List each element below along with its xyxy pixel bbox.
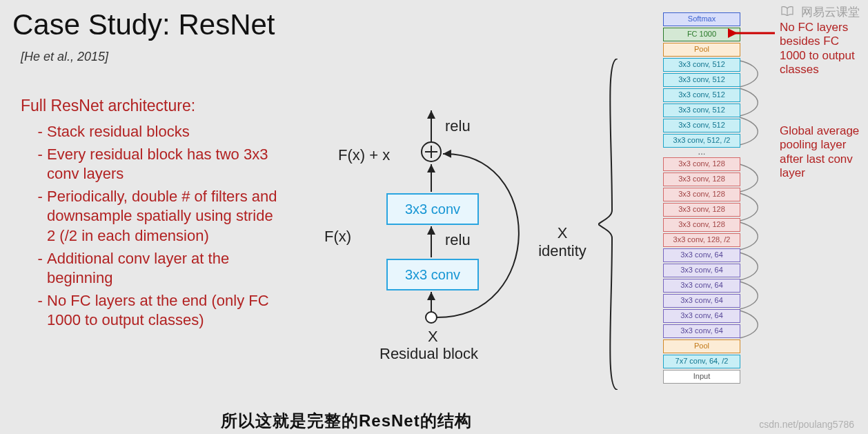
slide-title: Case Study: ResNet — [12, 8, 275, 41]
arch-layer: 3x3 conv, 512 — [663, 88, 740, 102]
conv-box-top: 3x3 conv — [386, 193, 479, 225]
arch-layer: 3x3 conv, 64 — [663, 248, 740, 262]
red-arrow-icon — [728, 28, 776, 41]
annotation-no-fc: No FC layers besides FC 1000 to output c… — [780, 21, 861, 77]
bullet-item: Every residual block has two 3x3 conv la… — [47, 145, 283, 184]
arch-layer: 3x3 conv, 128 — [663, 157, 740, 171]
arch-layer: 3x3 conv, 64 — [663, 324, 740, 338]
arch-layer: Pool — [663, 43, 740, 57]
arch-layer: Softmax — [663, 12, 740, 26]
arch-layer: 3x3 conv, 512 — [663, 73, 740, 87]
fxx-label: F(x) + x — [338, 146, 390, 164]
relu-label: relu — [445, 231, 471, 249]
lower-watermark: csdn.net/poulang5786 — [759, 419, 854, 430]
book-icon — [781, 6, 793, 19]
arch-layer: ... — [629, 149, 774, 157]
arch-layer: 3x3 conv, 128 — [663, 203, 740, 217]
bullet-item: No FC layers at the end (only FC 1000 to… — [47, 291, 283, 331]
bullets-list: Stack residual blocks Every residual blo… — [21, 122, 283, 331]
annotation-gap: Global average pooling layer after last … — [780, 124, 861, 181]
architecture-stack: SoftmaxFC 1000Pool3x3 conv, 5123x3 conv,… — [629, 12, 774, 426]
brace-icon — [598, 59, 619, 390]
slide: Case Study: ResNet [He et al., 2015] Ful… — [0, 0, 868, 434]
arch-layer: Input — [663, 370, 740, 384]
arch-layer: 3x3 conv, 128 — [663, 188, 740, 201]
arch-layer: 3x3 conv, 128 — [663, 172, 740, 186]
arch-layer: 3x3 conv, 512 — [663, 58, 740, 72]
relu-label: relu — [445, 117, 471, 135]
arch-layer: 3x3 conv, 512 — [663, 103, 740, 117]
arch-layer: 3x3 conv, 128, /2 — [663, 233, 740, 247]
citation: [He et al., 2015] — [21, 50, 108, 64]
arch-layer: 3x3 conv, 64 — [663, 309, 740, 323]
arch-layer: 3x3 conv, 128 — [663, 218, 740, 232]
bullet-item: Additional conv layer at the beginning — [47, 249, 283, 288]
svg-point-7 — [426, 312, 437, 323]
watermark-text: 网易云课堂 — [801, 6, 860, 19]
arch-layer: Pool — [663, 339, 740, 353]
caption-chinese: 所以这就是完整的ResNet的结构 — [221, 410, 472, 432]
arch-layer: 3x3 conv, 64 — [663, 279, 740, 293]
bullet-item: Stack residual blocks — [47, 122, 283, 142]
watermark: 网易云课堂 — [781, 4, 860, 20]
arch-layer: 3x3 conv, 512 — [663, 119, 740, 132]
arch-layer: 3x3 conv, 64 — [663, 294, 740, 308]
bullets: Full ResNet architecture: Stack residual… — [21, 97, 283, 333]
arch-layer: 7x7 conv, 64, /2 — [663, 355, 740, 368]
residual-block-diagram: 3x3 conv 3x3 conv F(x) + x F(x) relu rel… — [297, 90, 586, 379]
bullet-item: Periodically, double # of filters and do… — [47, 187, 283, 246]
residual-block-caption: Residual block — [379, 345, 478, 363]
arch-layer: 3x3 conv, 64 — [663, 264, 740, 277]
x-input-label: X — [428, 328, 438, 346]
fx-label: F(x) — [324, 228, 351, 246]
bullets-heading: Full ResNet architecture: — [21, 97, 283, 115]
x-identity-label: X identity — [538, 224, 586, 260]
arch-layer: 3x3 conv, 512, /2 — [663, 134, 740, 148]
conv-box-bottom: 3x3 conv — [386, 259, 479, 290]
